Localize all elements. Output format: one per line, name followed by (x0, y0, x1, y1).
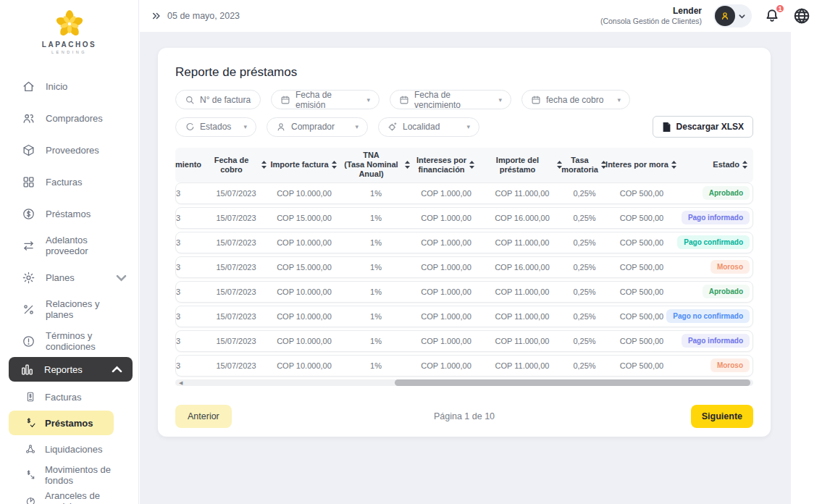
status-badge: Aprobado (703, 186, 750, 200)
scroll-left-arrow-icon[interactable]: ◀ (179, 379, 183, 387)
filter-label: Estados (200, 122, 231, 132)
report-card: Reporte de préstamos N° de factura Fecha… (158, 48, 771, 437)
gear-icon (22, 271, 35, 285)
sidebar-item-compradores[interactable]: Compradores (0, 102, 138, 134)
cell-intereses-financiacion: COP 1.000,00 (411, 238, 482, 247)
download-xlsx-button[interactable]: Descargar XLSX (653, 116, 753, 138)
submenu-item-movimientos-de-fondos[interactable]: Movimientos de fondos (0, 463, 138, 487)
column-header-importe-prestamo[interactable]: Importe del préstamo (481, 156, 562, 175)
sidebar-item-terminos-y-condiciones[interactable]: Términos y condiciones (0, 325, 138, 357)
filter-issue-date-dropdown[interactable]: Fecha de emisión ▾ (271, 90, 380, 109)
money-transfer-icon (25, 469, 36, 481)
table-row[interactable]: 3 15/07/2023 COP 10.000,00 1% COP 1.000,… (175, 330, 753, 352)
cell-fecha-de-cobro: 15/07/2023 (205, 337, 267, 345)
cell-intereses-financiacion: COP 1.000,00 (411, 263, 482, 272)
column-header-intereses-financiacion[interactable]: Intereses por financiación (410, 156, 481, 175)
submenu-item-prestamos[interactable]: Préstamos (9, 411, 114, 435)
sidebar-item-label: Facturas (46, 177, 83, 188)
sidebar-item-prestamos[interactable]: Préstamos (0, 198, 138, 230)
cell-importe-factura: COP 10.000,00 (267, 337, 341, 345)
table-row[interactable]: 3 15/07/2023 COP 15.000,00 1% COP 1.000,… (175, 207, 753, 229)
cell-importe-prestamo: COP 11.000,00 (482, 287, 563, 296)
cell-vencimiento: 3 (176, 361, 205, 370)
table-row[interactable]: 3 15/07/2023 COP 10.000,00 1% COP 1.000,… (175, 281, 753, 303)
table-row[interactable]: 3 15/07/2023 COP 15.000,00 1% COP 1.000,… (175, 256, 753, 278)
filter-due-date-dropdown[interactable]: Fecha de vencimiento ▾ (390, 90, 511, 109)
chevron-down-icon (738, 12, 746, 20)
filter-locality-dropdown[interactable]: Localidad ▾ (378, 117, 479, 137)
double-chevron-icon[interactable] (151, 11, 162, 21)
status-badge: Pago informado (682, 211, 750, 224)
horizontal-scrollbar-thumb[interactable] (395, 379, 750, 386)
sidebar-item-inicio[interactable]: Inicio (0, 70, 138, 102)
sidebar-item-adelantos-proveedor[interactable]: Adelantos proveedor (0, 230, 138, 261)
status-badge: Moroso (710, 358, 750, 372)
table-row[interactable]: 3 15/07/2023 COP 10.000,00 1% COP 1.000,… (175, 182, 753, 204)
sidebar-nav: Inicio Compradores Proveedores Facturas … (0, 70, 138, 504)
column-header-fecha-de-cobro[interactable]: Fecha de cobro (204, 156, 267, 175)
table-row[interactable]: 3 15/07/2023 COP 10.000,00 1% COP 1.000,… (175, 232, 753, 253)
chevron-up-icon (110, 363, 124, 377)
filters-row-2: Estados ▾ Comprador ▾ Localidad ▾ Descar… (175, 116, 753, 138)
loan-check-icon (25, 417, 36, 429)
cell-importe-factura: COP 10.000,00 (267, 361, 341, 370)
filter-invoice-number-input[interactable]: N° de factura (175, 90, 261, 109)
cell-intereses-financiacion: COP 1.000,00 (411, 214, 482, 222)
sidebar-item-label: Inicio (46, 81, 67, 92)
cell-importe-prestamo: COP 11.000,00 (482, 189, 563, 198)
cell-interes-mora: COP 500,00 (606, 287, 677, 296)
sort-icon (469, 161, 474, 169)
column-header-interes-mora[interactable]: Interes por mora (605, 160, 676, 169)
cell-tasa-moratoria: 0,25% (563, 214, 606, 222)
filter-states-dropdown[interactable]: Estados ▾ (175, 117, 256, 137)
filter-label: Localidad (403, 122, 440, 132)
brand-logo: LAPACHOS LENDING (0, 0, 138, 54)
bar-chart-icon (20, 363, 34, 377)
filter-buyer-dropdown[interactable]: Comprador ▾ (267, 117, 368, 137)
sidebar-item-label: Relaciones y planes (46, 298, 128, 320)
table-row[interactable]: 3 15/07/2023 COP 10.000,00 1% COP 1.000,… (175, 355, 753, 377)
submenu-item-liquidaciones[interactable]: Liquidaciones (0, 437, 138, 461)
cell-fecha-de-cobro: 15/07/2023 (205, 263, 267, 272)
chevron-down-icon (114, 271, 128, 285)
cell-fecha-de-cobro: 15/07/2023 (205, 214, 267, 222)
cell-fecha-de-cobro: 15/07/2023 (205, 238, 267, 247)
submenu-item-label: Movimientos de fondos (45, 464, 128, 486)
cell-tasa-moratoria: 0,25% (563, 312, 606, 321)
column-header-estado[interactable]: Estado (676, 160, 753, 169)
cell-vencimiento: 3 (176, 238, 205, 247)
horizontal-scrollbar[interactable]: ◀ (175, 379, 753, 386)
notifications-button[interactable]: 1 (763, 7, 781, 25)
globe-icon[interactable] (792, 7, 811, 25)
receipt-icon (25, 391, 36, 403)
submenu-item-aranceles-de-servicios[interactable]: Aranceles de servicios (0, 489, 138, 504)
filter-label: N° de factura (200, 95, 251, 105)
column-header-vencimiento[interactable]: miento (175, 160, 204, 169)
cell-vencimiento: 3 (176, 312, 205, 321)
sort-icon (261, 161, 267, 169)
cell-importe-prestamo: COP 16.000,00 (482, 263, 563, 272)
sidebar-item-reportes[interactable]: Reportes (9, 357, 133, 382)
cell-tna: 1% (341, 287, 411, 296)
sidebar-item-proveedores[interactable]: Proveedores (0, 134, 138, 166)
status-badge: Pago no confirmado (666, 309, 750, 323)
column-header-importe-factura[interactable]: Importe factura (267, 160, 340, 169)
cell-tasa-moratoria: 0,25% (563, 287, 606, 296)
submenu-item-facturas[interactable]: Facturas (0, 385, 138, 409)
cell-tna: 1% (341, 361, 411, 370)
sidebar-item-planes[interactable]: Planes (0, 261, 138, 293)
caret-down-icon: ▾ (498, 96, 502, 104)
avatar (715, 6, 735, 26)
sidebar-item-facturas[interactable]: Facturas (0, 166, 138, 198)
cell-tna: 1% (341, 312, 411, 321)
topbar-date: 05 de mayo, 2023 (151, 11, 240, 21)
table-row[interactable]: 3 15/07/2023 COP 10.000,00 1% COP 1.000,… (175, 306, 753, 327)
cell-tna: 1% (341, 263, 411, 272)
user-menu-button[interactable] (713, 4, 752, 28)
sidebar-item-relaciones-y-planes[interactable]: Relaciones y planes (0, 293, 138, 325)
cell-tna: 1% (341, 337, 411, 345)
filter-collection-date-dropdown[interactable]: fecha de cobro ▾ (521, 90, 630, 109)
column-header-tna[interactable]: TNA (Tasa Nominal Anual) (340, 151, 410, 180)
column-header-tasa-moratoria[interactable]: Tasa moratoria (562, 156, 605, 175)
topbar: 05 de mayo, 2023 Lender (Consola Gestión… (140, 0, 830, 32)
